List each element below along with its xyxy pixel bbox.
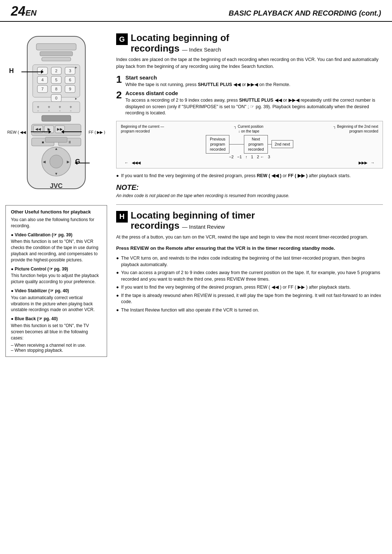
svg-text:◀◀: ◀◀ (35, 127, 41, 131)
sidebar-item4-bullets: When receiving a channel not in use. Whe… (11, 343, 102, 353)
bullet-dot-g1: ● (116, 173, 119, 179)
bullet-dot-h5: ● (116, 307, 119, 314)
sidebar-box-title: Other Useful functions for playback (11, 209, 102, 215)
svg-text:−: − (37, 109, 39, 113)
page-suffix: EN (25, 8, 37, 17)
svg-rect-3 (42, 57, 71, 61)
svg-rect-2 (40, 52, 73, 56)
diagram-num-minus2: −2 (229, 155, 234, 159)
section-divider (116, 204, 383, 205)
svg-text:8: 8 (55, 87, 57, 91)
bullet-h-4: ● If the tape is already rewound when RE… (116, 293, 383, 305)
step-1: 1 Start search While the tape is not run… (116, 74, 383, 88)
sidebar-bullet-2: When stopping playback. (11, 348, 102, 353)
diagram-arrow-ff: ▶▶▶ → (359, 160, 375, 165)
arrow-ff (62, 131, 82, 132)
diagram-num-1: 1 (251, 155, 253, 159)
svg-text:−: − (70, 109, 72, 113)
bullet-dot-h3: ● (116, 284, 119, 291)
svg-text:−: − (59, 109, 61, 113)
svg-rect-49 (45, 137, 67, 142)
bullet-h3-text: If you want to find the very beginning o… (121, 284, 351, 291)
step-2-content: Access distant code To access a recordin… (126, 90, 383, 117)
bullet-h-2: ● You can access a program of 2 to 9 ind… (116, 270, 383, 282)
svg-text:+: + (58, 105, 61, 110)
svg-text:■: ■ (42, 140, 44, 144)
svg-text:2: 2 (55, 69, 57, 73)
svg-text:−: − (48, 109, 50, 113)
step-2-number: 2 (116, 90, 122, 100)
sidebar-item3-title: ● Video Stabilizer (☞ pg. 40) (11, 288, 102, 294)
svg-text:5: 5 (55, 78, 57, 82)
bullet-dot-h2: ● (116, 270, 119, 276)
diagram-line-1 (229, 144, 244, 144)
sidebar-item4-title: ● Blue Back (☞ pg. 40) (11, 316, 102, 322)
sidebar-bullet-1: When receiving a channel not in use. (11, 343, 102, 348)
label-ff: FF ( ▶▶ ) (89, 130, 105, 135)
diagram-line-2 (268, 144, 271, 144)
bullet-h-3: ● If you want to find the very beginning… (116, 284, 383, 291)
diagram-box-next: Nextprogramrecorded (244, 135, 268, 154)
section-g-header: G Locating beginning of recordings — Ind… (116, 33, 383, 53)
bullet-h4-text: If the tape is already rewound when REVI… (121, 293, 383, 305)
svg-text:◀: ◀ (43, 160, 46, 164)
page-number-text: 24 (11, 4, 25, 19)
diagram-box-2ndnext: 2nd next (271, 140, 293, 148)
page-number: 24EN (11, 4, 37, 19)
right-column: G Locating beginning of recordings — Ind… (113, 25, 392, 360)
arrow-g (75, 163, 90, 163)
section-h-subtitle: — Instant Review (182, 224, 225, 230)
section-h-title: Locating beginning of timer recordings —… (131, 210, 255, 231)
diagram-num-minus1: −1 (237, 155, 242, 159)
bullet-h-1: ● The VCR turns on, and rewinds to the i… (116, 255, 383, 268)
svg-rect-1 (36, 44, 76, 50)
svg-point-51 (50, 155, 63, 168)
section-h-title-line1: Locating beginning of timer (131, 210, 255, 221)
bullet-h-5: ● The Instant Review function will also … (116, 307, 383, 314)
svg-text:▼: ▼ (54, 172, 58, 176)
bullet-g-1: ● If you want to find the very beginning… (116, 173, 383, 179)
page-title: BASIC PLAYBACK AND RECORDING (cont.) (229, 9, 381, 17)
section-g-title-block: Locating beginning of recordings — Index… (131, 33, 229, 53)
svg-text:+: + (69, 105, 72, 110)
step-1-title: Start search (126, 74, 290, 81)
svg-text:JVC: JVC (50, 182, 62, 190)
sidebar-item1-title: ● Video Calibration (☞ pg. 39) (11, 232, 102, 238)
note-box: NOTE: An index code is not placed on the… (116, 183, 383, 199)
sidebar-item1-text: When this function is set to "ON", this … (11, 239, 102, 263)
svg-text:0: 0 (55, 96, 57, 100)
step-1-content: Start search While the tape is not runni… (126, 74, 290, 88)
note-text: An index code is not placed on the tape … (116, 193, 383, 199)
bullet-h1-text: The VCR turns on, and rewinds to the ind… (121, 255, 383, 268)
sidebar-intro: You can also use the following functions… (11, 217, 102, 229)
step-1-number: 1 (116, 74, 122, 85)
main-content: H REW ( ◀◀ FF ( ▶▶ ) G 1 (0, 22, 392, 364)
step-2: 2 Access distant code To access a record… (116, 90, 383, 117)
svg-text:4: 4 (41, 78, 44, 82)
svg-text:9: 9 (69, 87, 71, 91)
arrow-rew (31, 131, 51, 132)
bullet-dot-h1: ● (116, 255, 119, 262)
label-h: H (9, 67, 14, 75)
section-g-intro: Index codes are placed on the tape at th… (116, 56, 383, 70)
section-h-title-line2: recordings — Instant Review (131, 220, 225, 231)
diagram-box-prev: Previousprogramrecorded (206, 135, 229, 154)
section-h-press-note: Press REVIEW on the Remote after ensurin… (116, 245, 383, 252)
section-g-badge: G (116, 33, 128, 45)
svg-text:▶: ▶ (67, 160, 70, 164)
bullet-g1-text: If you want to find the very beginning o… (121, 173, 351, 179)
sidebar-item2-title: ● Picture Control (☞ pg. 39) (11, 266, 102, 272)
sidebar-box: Other Useful functions for playback You … (5, 205, 107, 357)
section-g-subtitle: — Index Search (182, 46, 221, 53)
diagram-label-3: ┐ Beginning of the 2nd next program reco… (334, 124, 378, 134)
index-diagram: Beginning of the current —program record… (116, 121, 383, 168)
section-h-intro: At the press of a button, you can turn o… (116, 234, 383, 241)
diagram-num-3: 3 (268, 155, 270, 159)
svg-rect-36 (42, 115, 71, 121)
svg-text:⏸: ⏸ (68, 140, 72, 144)
section-g-title-line2: recordings — Index Search (131, 43, 221, 54)
svg-rect-27 (33, 102, 80, 113)
diagram-label-2: ┐ Current position↓ on the tape (234, 124, 263, 134)
page-header: 24EN BASIC PLAYBACK AND RECORDING (cont.… (0, 0, 392, 22)
remote-svg: 1 2 3 ▶ 4 5 6 7 8 9 (13, 33, 100, 196)
